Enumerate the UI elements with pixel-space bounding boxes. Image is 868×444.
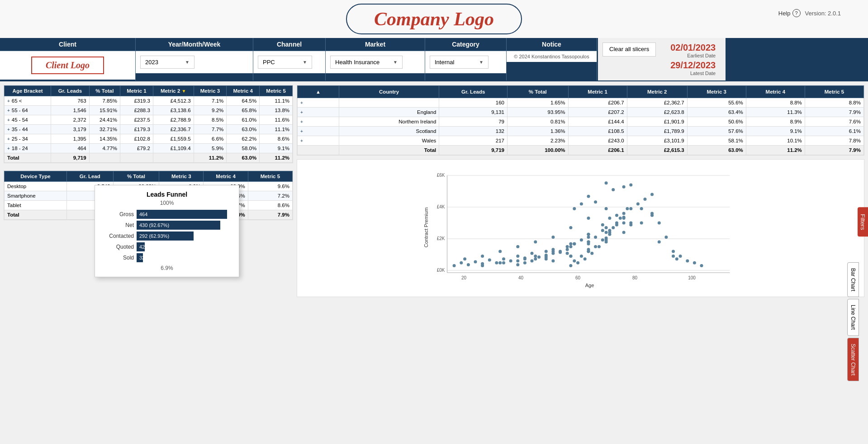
client-body: Client Logo — [0, 51, 135, 80]
m1-cell: £288.3 — [120, 106, 153, 115]
scatter-dot — [531, 260, 534, 263]
channel-section: Channel PPC ▼ — [253, 38, 326, 80]
scatter-dot — [650, 212, 654, 215]
m3-cell: 8.5% — [194, 115, 227, 125]
metric1-header: Metric 1 — [120, 86, 153, 96]
m2-cell: £2,788.9 — [153, 115, 194, 125]
scatter-dot — [569, 226, 572, 229]
earliest-date: 02/01/2023 — [670, 43, 716, 53]
year-dropdown[interactable]: 2023 ▼ — [140, 56, 194, 69]
scatter-dot — [516, 245, 519, 248]
age-cell: +65 < — [5, 96, 51, 106]
scatter-chart-svg: Contract Premium £6K £4K £2K £0K 20 40 6… — [302, 164, 859, 291]
help-label[interactable]: Help — [778, 10, 791, 17]
country-gr-leads-header: Gr. Leads — [439, 86, 508, 98]
scatter-dot — [566, 248, 569, 251]
metric2-header: Metric 2 ▼ — [153, 86, 194, 96]
clear-all-button[interactable]: Clear all slicers — [602, 43, 656, 57]
funnel-bar-container: 464 — [137, 210, 232, 219]
svg-text:80: 80 — [632, 275, 638, 280]
channel-header: Channel — [253, 38, 325, 51]
m1-cell: £79.2 — [120, 144, 153, 153]
scatter-dot — [615, 223, 618, 227]
category-dropdown-arrow: ▼ — [479, 60, 484, 65]
channel-body: PPC ▼ — [253, 51, 325, 73]
m3-cell: 7.7% — [194, 125, 227, 134]
latest-date: 29/12/2023 — [670, 60, 716, 71]
age-table-row: +35 - 44 3,179 32.71% £179.3 £2,336.7 7.… — [5, 125, 293, 134]
country-m2-header: Metric 2 — [627, 86, 687, 98]
market-dropdown-arrow: ▼ — [393, 60, 398, 65]
scatter-dot — [594, 245, 597, 248]
clear-section: Clear all slicers — [598, 38, 660, 61]
scatter-dot — [467, 263, 470, 266]
scatter-dot — [587, 241, 590, 244]
help-icon[interactable]: ? — [792, 9, 801, 17]
age-table-row: +25 - 34 1,395 14.35% £102.8 £1,559.5 6.… — [5, 134, 293, 144]
funnel-rows: Gross 464 Net 430 (92.67%) Contacted 292… — [102, 210, 232, 262]
scatter-dot — [605, 181, 608, 184]
country-header: Country — [339, 86, 439, 98]
m5-cell: 13.8% — [260, 106, 293, 115]
scatter-dot — [664, 236, 668, 239]
m4-cell: 65.8% — [227, 106, 260, 115]
scatter-dot — [629, 207, 632, 210]
m5-cell: 8.6% — [260, 134, 293, 144]
scatter-dot — [601, 229, 604, 232]
client-logo: Client Logo — [31, 57, 104, 74]
funnel-bar-container: 42 (9.05%) — [137, 242, 232, 251]
dates-section: 02/01/2023 Earliest Date 29/12/2023 Late… — [660, 38, 726, 80]
svg-text:20: 20 — [461, 275, 467, 280]
scatter-dot — [622, 185, 626, 189]
scatter-dot — [587, 233, 590, 236]
scatter-dot — [658, 241, 661, 244]
m4-cell: 61.0% — [227, 115, 260, 125]
funnel-row: Net 430 (92.67%) — [102, 221, 232, 230]
m3-cell: 6.6% — [194, 134, 227, 144]
bar-chart-button[interactable]: Bar Chart — [847, 262, 859, 297]
funnel-row: Gross 464 — [102, 210, 232, 219]
scatter-dot — [453, 264, 456, 267]
total-m5: 11.2% — [260, 153, 293, 163]
scatter-dot — [675, 257, 678, 260]
country-total-row: Total 9,719 100.00% £206.1 £2,615.3 63.0… — [298, 146, 864, 155]
total-m4: 63.0% — [227, 153, 260, 163]
scatter-dot — [534, 257, 537, 260]
header: Company Logo Help ? Version: 2.0.1 — [0, 0, 868, 38]
gr-leads-cell: 1,546 — [51, 106, 89, 115]
scatter-dot — [545, 250, 548, 253]
filters-tab[interactable]: Filters — [858, 207, 868, 236]
scatter-dot — [566, 245, 569, 248]
funnel-title: Leads Funnel — [102, 191, 232, 198]
up-arrow-cell[interactable]: ▲ — [298, 86, 339, 98]
scatter-dot — [608, 217, 611, 220]
scatter-chart-area: Contract Premium £6K £4K £2K £0K 20 40 6… — [297, 159, 864, 297]
device-pct-header: % Total — [113, 171, 159, 182]
total-gr: 9,719 — [51, 153, 89, 163]
pct-cell: 14.35% — [89, 134, 120, 144]
funnel-row-label: Net — [102, 222, 134, 228]
m2-cell: £1,109.4 — [153, 144, 194, 153]
scatter-dot — [605, 241, 608, 244]
funnel-row: Sold 32 (6.9%) — [102, 253, 232, 262]
scatter-dot — [622, 231, 626, 234]
metric5-header: Metric 5 — [260, 86, 293, 96]
age-bracket-header: Age Bracket — [5, 86, 51, 96]
scatter-dot — [463, 257, 466, 260]
y-axis-label: Contract Premium — [423, 208, 429, 248]
scatter-dot — [594, 200, 597, 203]
country-table: ▲ Country Gr. Leads % Total Metric 1 Met… — [297, 85, 864, 155]
market-dropdown[interactable]: Health Insurance ▼ — [330, 56, 403, 69]
copyright-text: © 2024 Konstantinos Tassopoulos — [507, 51, 597, 62]
scatter-dot — [605, 226, 608, 229]
channel-dropdown[interactable]: PPC ▼ — [258, 56, 312, 69]
notice-section: Notice © 2024 Konstantinos Tassopoulos — [507, 38, 597, 80]
market-header: Market — [326, 38, 425, 51]
country-table-row: + Northern Ireland 79 0.81% £144.4 £1,90… — [298, 117, 864, 127]
up-arrow-button[interactable]: ▲ — [312, 88, 324, 95]
scatter-dot — [650, 193, 654, 196]
gr-leads-cell: 763 — [51, 96, 89, 106]
scatter-dot — [516, 260, 519, 263]
category-dropdown[interactable]: Internal ▼ — [430, 56, 489, 69]
age-cell: +35 - 44 — [5, 125, 51, 134]
